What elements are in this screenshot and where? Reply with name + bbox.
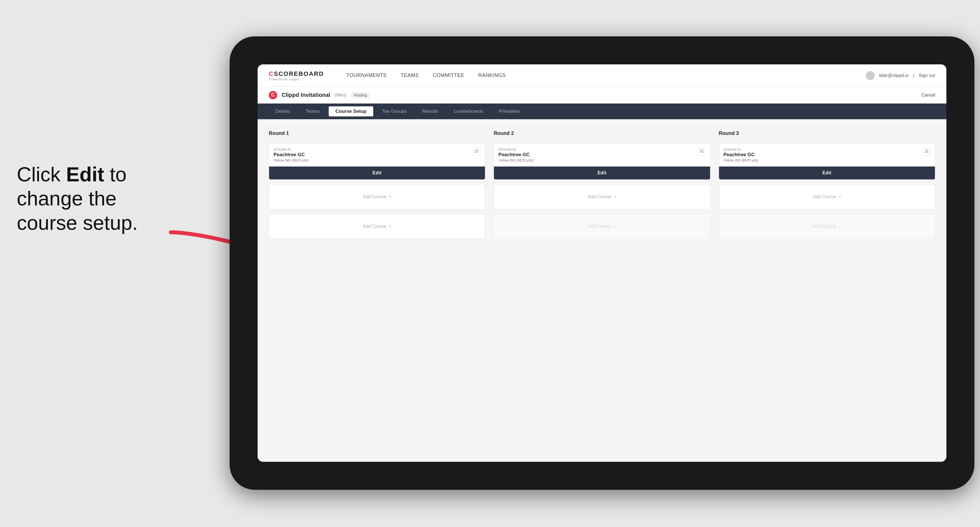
nav-user-area: blair@clippd.io | Sign out <box>866 71 935 80</box>
round-1-course-header: (Course A) Peachtree GC Yellow (M) (6629… <box>269 143 485 167</box>
tournament-name: Clippd Invitational <box>282 92 330 98</box>
tournament-logo-icon: C <box>269 91 277 99</box>
round-3-add-course-2: Add Course + <box>719 214 935 239</box>
rounds-grid: Round 1 (Course A) Peachtree GC Yellow (… <box>269 130 935 239</box>
tablet-screen: CSCOREBOARD Powered by clippd TOURNAMENT… <box>258 64 947 462</box>
round-1-column: Round 1 (Course A) Peachtree GC Yellow (… <box>269 130 485 239</box>
user-avatar <box>866 71 875 80</box>
tournament-bar: C Clippd Invitational (Men) Hosting Canc… <box>258 87 947 103</box>
round-1-add-course-2-label: Add Course + <box>363 224 391 229</box>
round-2-add-course-1[interactable]: Add Course + <box>494 184 710 210</box>
round-3-course-label: (Course A) <box>724 147 923 151</box>
cancel-button[interactable]: Cancel <box>921 93 935 98</box>
hosting-badge: Hosting <box>351 92 370 98</box>
sign-out-link[interactable]: Sign out <box>919 73 935 78</box>
tab-course-setup[interactable]: Course Setup <box>329 106 373 116</box>
nav-rankings[interactable]: RANKINGS <box>478 73 506 78</box>
round-1-add-course-1[interactable]: Add Course + <box>269 184 485 210</box>
tab-tee-groups[interactable]: Tee Groups <box>375 106 414 116</box>
round-3-course-card: (Course A) Peachtree GC Yellow (M) (6629… <box>719 143 935 180</box>
round-2-add-course-2: Add Course + <box>494 214 710 239</box>
round-3-edit-button[interactable]: Edit <box>719 167 935 179</box>
nav-teams[interactable]: TEAMS <box>401 73 419 78</box>
round-3-course-header: (Course A) Peachtree GC Yellow (M) (6629… <box>719 143 935 167</box>
round-1-course-info: (Course A) Peachtree GC Yellow (M) (6629… <box>274 147 473 162</box>
round-2-title: Round 2 <box>494 130 710 136</box>
tab-bar: Details Teams Course Setup Tee Groups Re… <box>258 103 947 119</box>
tablet-device: CSCOREBOARD Powered by clippd TOURNAMENT… <box>230 37 974 490</box>
round-3-add-course-2-label: Add Course + <box>813 224 841 229</box>
user-email: blair@clippd.io <box>879 73 908 78</box>
round-1-add-course-1-label: Add Course + <box>363 194 391 199</box>
nav-separator: | <box>913 73 914 78</box>
nav-links: TOURNAMENTS TEAMS COMMITTEE RANKINGS <box>346 73 849 78</box>
round-2-course-header: (Course A) Peachtree GC Yellow (M) (6629… <box>494 143 710 167</box>
round-2-course-info: (Course A) Peachtree GC Yellow (M) (6629… <box>498 147 697 162</box>
round-1-course-label: (Course A) <box>274 147 473 151</box>
round-1-course-card: (Course A) Peachtree GC Yellow (M) (6629… <box>269 143 485 180</box>
tournament-gender: (Men) <box>335 93 346 98</box>
round-3-add-course-1[interactable]: Add Course + <box>719 184 935 210</box>
tab-leaderboards[interactable]: Leaderboards <box>447 106 490 116</box>
main-content: Round 1 (Course A) Peachtree GC Yellow (… <box>258 119 947 462</box>
round-3-title: Round 3 <box>719 130 935 136</box>
logo-powered-by: Powered by clippd <box>269 78 324 81</box>
round-1-add-course-2[interactable]: Add Course + <box>269 214 485 239</box>
tab-details[interactable]: Details <box>269 106 297 116</box>
round-2-course-details: Yellow (M) (6629 yds) <box>498 158 697 162</box>
round-3-delete-button[interactable]: ☒ <box>923 147 931 155</box>
tournament-info: C Clippd Invitational (Men) Hosting <box>269 91 370 99</box>
round-3-course-details: Yellow (M) (6629 yds) <box>724 158 923 162</box>
annotation-text: Click Edit to change the course setup. <box>17 162 179 235</box>
round-3-column: Round 3 (Course A) Peachtree GC Yellow (… <box>719 130 935 239</box>
tab-results[interactable]: Results <box>415 106 445 116</box>
round-2-edit-button[interactable]: Edit <box>494 167 710 179</box>
logo-scoreboard-text: CSCOREBOARD <box>269 70 324 78</box>
round-3-course-name: Peachtree GC <box>724 152 923 157</box>
tab-printables[interactable]: Printables <box>492 106 527 116</box>
round-2-course-card: (Course A) Peachtree GC Yellow (M) (6629… <box>494 143 710 180</box>
round-3-course-info: (Course A) Peachtree GC Yellow (M) (6629… <box>724 147 923 162</box>
round-2-course-name: Peachtree GC <box>498 152 697 157</box>
round-3-add-course-1-label: Add Course + <box>813 194 841 199</box>
app-logo: CSCOREBOARD Powered by clippd <box>269 70 324 81</box>
tab-teams[interactable]: Teams <box>299 106 326 116</box>
top-navigation: CSCOREBOARD Powered by clippd TOURNAMENT… <box>258 64 947 87</box>
round-2-add-course-1-label: Add Course + <box>588 194 616 199</box>
round-1-title: Round 1 <box>269 130 485 136</box>
round-2-column: Round 2 (Course A) Peachtree GC Yellow (… <box>494 130 710 239</box>
round-2-course-label: (Course A) <box>498 147 697 151</box>
round-1-edit-button[interactable]: Edit <box>269 167 485 179</box>
round-2-add-course-2-label: Add Course + <box>588 224 616 229</box>
round-1-course-details: Yellow (M) (6629 yds) <box>274 158 473 162</box>
round-2-delete-button[interactable]: ☒ <box>698 147 706 155</box>
nav-tournaments[interactable]: TOURNAMENTS <box>346 73 387 78</box>
nav-committee[interactable]: COMMITTEE <box>433 73 465 78</box>
round-1-course-name: Peachtree GC <box>274 152 473 157</box>
round-1-delete-button[interactable]: ☒ <box>473 147 480 155</box>
logo-c-letter: C <box>269 70 274 77</box>
